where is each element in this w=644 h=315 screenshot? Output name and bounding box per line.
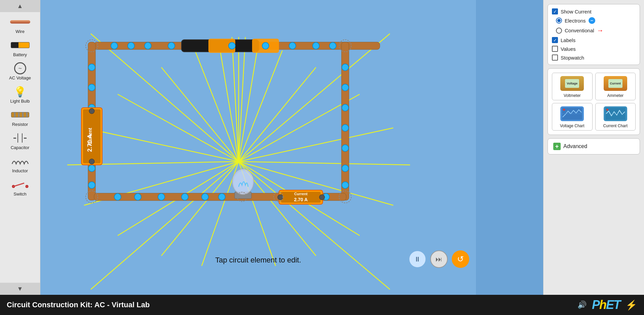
svg-point-60: [342, 182, 349, 188]
capacitor-icon: [8, 132, 32, 144]
conventional-radio[interactable]: [556, 28, 562, 34]
voltmeter-icon: Voltage: [559, 75, 586, 92]
sidebar-item-battery[interactable]: Battery: [0, 37, 40, 59]
voltage-chart-icon: [559, 105, 586, 122]
reload-button[interactable]: ↺: [452, 250, 469, 268]
svg-point-41: [168, 42, 175, 49]
wire-label: Wire: [15, 29, 25, 34]
svg-line-6: [195, 50, 239, 162]
svg-rect-29: [208, 39, 235, 53]
sound-icon[interactable]: 🔊: [577, 301, 587, 309]
svg-point-34: [86, 40, 98, 52]
sidebar-item-light-bulb[interactable]: 💡 Light Bulb: [0, 83, 40, 106]
show-current-row: ✓ Show Current: [552, 8, 636, 14]
voltage-chart-item[interactable]: Voltage Chart: [552, 103, 593, 131]
labels-row: ✓ Labels: [552, 37, 636, 43]
sidebar-item-capacitor[interactable]: Capacitor: [0, 130, 40, 152]
svg-point-68: [303, 194, 309, 200]
voltmeter-label: Voltmeter: [564, 93, 581, 98]
svg-line-88: [13, 183, 24, 186]
resistor-icon: [8, 108, 32, 121]
scroll-down-button[interactable]: ▼: [0, 283, 40, 295]
current-chart-item[interactable]: Current Chart: [595, 103, 636, 131]
instrument-grid: Voltage Voltmeter Current Ammeter: [552, 73, 636, 131]
sidebar-item-wire[interactable]: Wire: [0, 13, 40, 36]
svg-point-39: [128, 42, 134, 49]
svg-point-54: [342, 64, 349, 71]
stopwatch-row: Stopwatch: [552, 55, 636, 61]
svg-point-65: [202, 194, 208, 200]
circuit-canvas[interactable]: Current 2.70 A Current 2.70 A Tap circui…: [40, 0, 476, 295]
svg-rect-31: [88, 42, 95, 200]
svg-line-20: [161, 162, 239, 256]
svg-point-93: [563, 109, 565, 111]
sidebar-item-ac-voltage[interactable]: ~ AC Voltage: [0, 60, 40, 82]
svg-point-38: [111, 42, 118, 49]
sidebar-item-inductor[interactable]: Inductor: [0, 153, 40, 175]
svg-point-75: [89, 159, 94, 164]
svg-line-13: [239, 162, 410, 165]
display-controls-box: ✓ Show Current Electrons − Conventional …: [548, 4, 640, 65]
svg-point-42: [229, 42, 235, 49]
svg-point-56: [342, 104, 349, 111]
wire-icon: [8, 15, 32, 28]
svg-point-44: [289, 42, 296, 49]
bottom-bar: Circuit Construction Kit: AC - Virtual L…: [0, 295, 644, 315]
electrons-label: Electrons: [565, 18, 586, 24]
labels-checkbox[interactable]: ✓: [552, 37, 558, 43]
component-sidebar: ▲ Wire Battery ~ AC Voltage 💡: [0, 0, 40, 295]
switch-label: Switch: [13, 191, 26, 197]
light-bulb-icon: 💡: [8, 85, 32, 98]
svg-line-19: [239, 162, 316, 256]
svg-line-22: [202, 162, 239, 266]
status-text: Tap circuit element to edit.: [215, 256, 301, 265]
ac-voltage-label: AC Voltage: [9, 75, 31, 80]
svg-text:Current: Current: [294, 192, 308, 196]
ammeter-label: Ammeter: [607, 93, 623, 98]
svg-point-40: [145, 42, 151, 49]
svg-point-86: [274, 192, 283, 202]
svg-line-1: [239, 37, 245, 162]
svg-line-15: [239, 162, 393, 205]
step-button[interactable]: ⏭: [430, 250, 448, 268]
voltage-chart-label: Voltage Chart: [560, 124, 585, 128]
inductor-label: Inductor: [12, 168, 28, 173]
svg-line-11: [239, 128, 393, 162]
svg-line-26: [239, 162, 390, 289]
svg-point-78: [234, 171, 252, 194]
instruments-box: Voltage Voltmeter Current Ammeter: [548, 68, 640, 135]
svg-point-47: [88, 64, 95, 71]
pause-button[interactable]: ⏸: [409, 250, 426, 268]
svg-point-85: [237, 192, 247, 202]
sidebar-item-resistor[interactable]: Resistor: [0, 106, 40, 129]
svg-rect-80: [281, 192, 321, 203]
svg-point-69: [323, 194, 329, 200]
svg-text:2.70 A: 2.70 A: [294, 197, 308, 202]
advanced-button[interactable]: + Advanced: [548, 138, 640, 154]
svg-line-24: [239, 34, 390, 162]
stopwatch-checkbox[interactable]: [552, 55, 558, 61]
ammeter-item[interactable]: Current Ammeter: [595, 73, 636, 100]
svg-point-74: [89, 108, 94, 114]
svg-point-36: [86, 191, 98, 203]
svg-point-51: [88, 145, 95, 151]
ammeter-icon: Current: [602, 75, 629, 92]
svg-point-57: [342, 125, 349, 131]
svg-point-62: [134, 194, 141, 200]
svg-point-52: [88, 165, 95, 172]
svg-line-5: [239, 50, 282, 162]
inductor-icon: [8, 155, 32, 168]
advanced-label: Advanced: [563, 143, 587, 149]
svg-line-17: [239, 162, 360, 236]
values-checkbox[interactable]: [552, 46, 558, 52]
battery-icon: [8, 39, 32, 51]
svg-rect-76: [235, 192, 251, 199]
light-bulb-label: Light Bulb: [10, 99, 30, 104]
voltmeter-item[interactable]: Voltage Voltmeter: [552, 73, 593, 100]
sidebar-item-switch[interactable]: Switch: [0, 176, 40, 199]
scroll-up-button[interactable]: ▲: [0, 0, 40, 12]
electrons-radio[interactable]: [556, 18, 562, 24]
svg-line-16: [84, 162, 239, 205]
show-current-checkbox[interactable]: ✓: [552, 8, 558, 14]
svg-point-64: [182, 194, 188, 200]
